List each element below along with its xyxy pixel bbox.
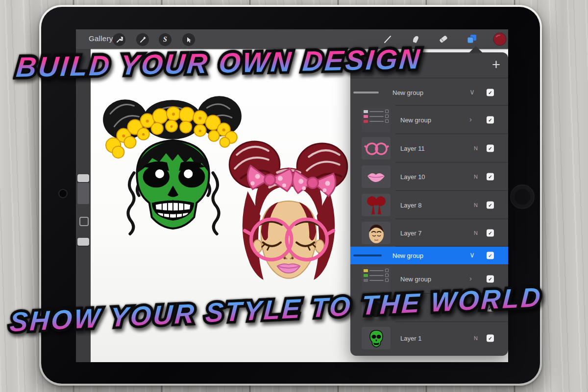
blend-mode[interactable]: N (474, 230, 478, 236)
chevron-right-icon[interactable]: › (469, 274, 472, 282)
chevron-right-icon[interactable]: › (469, 115, 472, 123)
layer-thumbnail-obscured (362, 297, 391, 319)
visibility-checkbox[interactable]: ✓ (487, 335, 494, 342)
layers-icon[interactable] (465, 32, 479, 46)
layer-thumbnail-skull (362, 327, 391, 349)
layer-thumbnail-face (362, 222, 391, 244)
add-layer-button[interactable]: + (492, 56, 500, 73)
layer-row[interactable]: Layer 11 N ✓ (350, 134, 508, 162)
layer-name: Layer 1 (400, 335, 421, 342)
selection-icon[interactable]: S (159, 33, 172, 46)
group-thumb-line (353, 254, 382, 256)
layer-thumbnail-glasses (362, 137, 391, 160)
layers-panel: + New group ∨ ✓ New group › ✓ Layer 11 N… (350, 52, 508, 356)
layer-row[interactable]: Layer 1 N ✓ (350, 322, 508, 354)
layer-name: Layer 11 (400, 145, 425, 152)
visibility-checkbox[interactable]: ✓ (487, 230, 494, 237)
modify-button[interactable] (79, 217, 89, 226)
layer-row-group[interactable]: New group › ✓ (350, 106, 508, 134)
visibility-checkbox[interactable]: ✓ (487, 304, 494, 312)
adjustments-wand-icon[interactable] (136, 33, 149, 46)
visibility-checkbox[interactable]: ✓ (487, 89, 494, 96)
layer-name: Layer 7 (400, 230, 421, 237)
layer-row-group-top[interactable]: New group ∨ ✓ (350, 79, 508, 106)
smudge-icon[interactable] (408, 32, 423, 46)
blend-mode[interactable]: N (474, 202, 478, 208)
visibility-checkbox[interactable]: ✓ (487, 173, 494, 181)
brush-icon[interactable] (381, 32, 395, 46)
layer-row[interactable]: Layer 8 N ✓ (350, 191, 508, 219)
layer-thumbnail-lips (362, 165, 391, 188)
layer-name: Layer 8 (400, 202, 421, 209)
blend-mode[interactable]: N (474, 145, 478, 151)
layer-row[interactable]: Layer 7 N ✓ (350, 219, 508, 247)
blend-mode[interactable]: N (474, 174, 478, 180)
home-button[interactable] (510, 184, 535, 209)
layers-panel-header: + (350, 52, 508, 78)
chevron-down-icon[interactable]: ∨ (469, 88, 475, 96)
layer-row[interactable]: Layer 10 N ✓ (350, 162, 508, 191)
layer-name: New group (400, 276, 431, 283)
brush-size-slider-track[interactable] (77, 183, 89, 204)
undo-button[interactable]: ↺ (78, 309, 89, 320)
blend-mode[interactable]: N (474, 335, 478, 341)
brush-size-slider-handle[interactable] (77, 174, 89, 182)
layer-name: New group (392, 89, 423, 96)
eraser-icon[interactable] (436, 32, 451, 46)
girl-artwork (222, 133, 355, 291)
layer-name: New group (400, 116, 431, 124)
color-swatch[interactable] (492, 32, 507, 46)
top-toolbar: Gallery S (76, 29, 508, 49)
wrench-icon[interactable] (113, 33, 125, 46)
opacity-slider-handle[interactable] (77, 238, 89, 246)
layer-thumbnail-bow (362, 194, 391, 216)
visibility-checkbox[interactable]: ✓ (487, 145, 494, 152)
layer-row-group-selected[interactable]: New group ∨ ✓ (350, 247, 508, 264)
visibility-checkbox[interactable]: ✓ (487, 276, 494, 283)
layer-row[interactable]: ✓ (350, 294, 508, 322)
transform-arrow-icon[interactable] (182, 33, 195, 46)
group-thumbnail (362, 108, 391, 132)
visibility-checkbox[interactable]: ✓ (487, 252, 494, 259)
group-thumb-line (353, 92, 379, 93)
front-camera (58, 189, 68, 198)
selection-s-glyph: S (163, 36, 167, 44)
layer-name: Layer 10 (400, 173, 425, 181)
layer-name: New group (392, 252, 423, 259)
layer-row-group[interactable]: New group › ✓ (350, 264, 508, 294)
gallery-button[interactable]: Gallery (89, 34, 113, 43)
group-thumbnail (362, 267, 391, 291)
visibility-checkbox[interactable]: ✓ (487, 116, 494, 124)
visibility-checkbox[interactable]: ✓ (487, 202, 494, 209)
sidebar-slider-strip: ↺ (76, 49, 91, 362)
chevron-down-icon[interactable]: ∨ (469, 251, 475, 259)
